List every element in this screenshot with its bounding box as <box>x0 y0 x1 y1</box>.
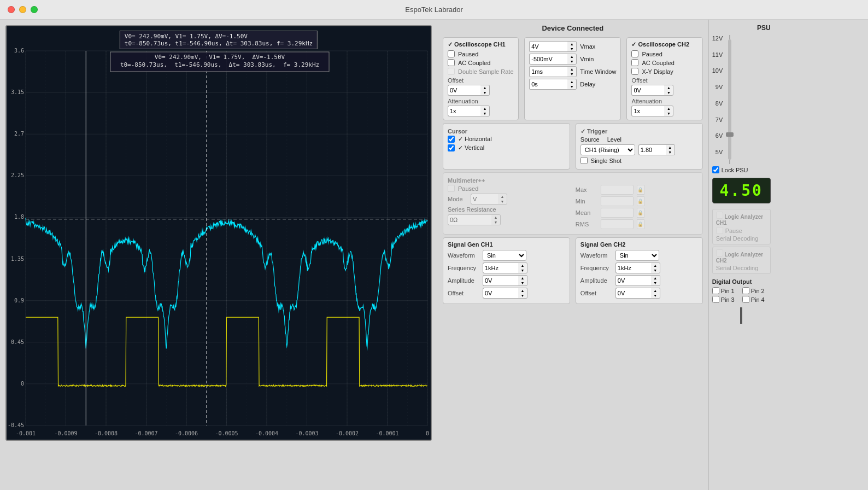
sg-ch1-amplitude-input[interactable]: ▲ ▼ <box>483 275 527 286</box>
sg-ch2-amplitude-down[interactable]: ▼ <box>651 281 660 285</box>
ch2-offset-input[interactable]: ▲ ▼ <box>631 85 697 96</box>
time-window-input[interactable]: ▲ ▼ <box>529 66 577 77</box>
sg-ch2-offset-spinner[interactable]: ▲ ▼ <box>651 288 660 299</box>
vmax-up[interactable]: ▲ <box>567 42 576 46</box>
sg-ch1-offset-up[interactable]: ▲ <box>518 288 527 293</box>
ch2-offset-down[interactable]: ▼ <box>664 90 673 95</box>
sg-ch2-frequency-spinner[interactable]: ▲ ▼ <box>651 262 660 273</box>
sg-ch2-offset-value[interactable] <box>615 288 651 299</box>
ch2-attenuation-spinner[interactable]: ▲ ▼ <box>664 106 673 116</box>
sg-ch1-amplitude-value[interactable] <box>483 275 518 286</box>
sg-ch2-frequency-value[interactable] <box>615 262 651 273</box>
pin3-checkbox[interactable] <box>712 296 719 303</box>
sg-ch2-amplitude-input[interactable]: ▲ ▼ <box>615 275 660 286</box>
psu-slider-track[interactable] <box>728 39 731 160</box>
vmax-spinner[interactable]: ▲ ▼ <box>567 41 577 52</box>
sg-ch1-offset-spinner[interactable]: ▲ ▼ <box>518 288 527 299</box>
sg-ch1-frequency-spinner[interactable]: ▲ ▼ <box>518 262 527 273</box>
sg-ch1-amplitude-down[interactable]: ▼ <box>518 281 527 285</box>
sg-ch1-offset-value[interactable] <box>483 288 518 299</box>
ch1-attenuation-input[interactable]: ▲ ▼ <box>448 106 514 116</box>
logic-ch1-pause-checkbox[interactable] <box>716 227 723 234</box>
vmin-value[interactable] <box>529 54 567 65</box>
series-resistance-down[interactable]: ▼ <box>491 220 500 225</box>
sg-ch1-amplitude-up[interactable]: ▲ <box>518 276 527 281</box>
sg-ch1-frequency-up[interactable]: ▲ <box>518 263 527 268</box>
ch2-xy-display-checkbox[interactable] <box>631 68 638 75</box>
cursor-vertical-checkbox[interactable] <box>448 144 455 151</box>
vmin-spinner[interactable]: ▲ ▼ <box>567 54 577 65</box>
logic-ch2-checkbox[interactable] <box>716 249 723 256</box>
ch2-attenuation-value[interactable] <box>631 106 664 116</box>
ch2-offset-value[interactable] <box>631 85 664 96</box>
ch1-offset-up[interactable]: ▲ <box>480 85 489 90</box>
sg-ch2-amplitude-up[interactable]: ▲ <box>651 276 660 281</box>
time-window-up[interactable]: ▲ <box>567 67 576 72</box>
window-controls[interactable] <box>8 6 38 13</box>
trigger-level-up[interactable]: ▲ <box>666 145 675 150</box>
vmin-input[interactable]: ▲ ▼ <box>529 54 577 65</box>
vmin-down[interactable]: ▼ <box>567 59 576 64</box>
ch1-paused-checkbox[interactable] <box>448 50 455 57</box>
psu-slider-thumb[interactable] <box>726 132 734 137</box>
lock-psu-checkbox[interactable] <box>712 166 719 173</box>
minimize-button[interactable] <box>19 6 26 13</box>
sg-ch1-frequency-down[interactable]: ▼ <box>518 268 527 273</box>
time-window-spinner[interactable]: ▲ ▼ <box>567 66 577 77</box>
pin2-checkbox[interactable] <box>742 287 749 294</box>
vmax-down[interactable]: ▼ <box>567 46 576 51</box>
multi-mean-lock[interactable]: 🔒 <box>637 208 644 218</box>
ch1-ac-coupled-checkbox[interactable] <box>448 59 455 66</box>
sg-ch2-amplitude-spinner[interactable]: ▲ ▼ <box>651 275 660 286</box>
logic-ch1-checkbox[interactable] <box>716 212 723 219</box>
ch1-attenuation-down[interactable]: ▼ <box>480 111 489 116</box>
delay-up[interactable]: ▲ <box>567 79 576 84</box>
multi-min-lock[interactable]: 🔒 <box>637 196 644 206</box>
vmax-value[interactable] <box>529 41 567 52</box>
delay-value[interactable] <box>529 79 567 90</box>
ch2-attenuation-down[interactable]: ▼ <box>664 111 673 116</box>
trigger-source-select[interactable]: CH1 (Rising) <box>580 144 635 155</box>
sg-ch2-amplitude-value[interactable] <box>615 275 651 286</box>
sg-ch2-waveform-select[interactable]: Sin <box>615 250 659 261</box>
ch1-offset-value[interactable] <box>448 85 480 96</box>
waveform-canvas[interactable] <box>7 26 432 441</box>
sg-ch1-offset-input[interactable]: ▲ ▼ <box>483 288 527 299</box>
single-shot-checkbox[interactable] <box>580 157 588 164</box>
series-resistance-value[interactable] <box>448 214 491 225</box>
time-window-value[interactable] <box>529 66 567 77</box>
ch2-attenuation-input[interactable]: ▲ ▼ <box>631 106 697 116</box>
multimeter-mode-down[interactable]: ▼ <box>498 199 507 204</box>
sg-ch1-amplitude-spinner[interactable]: ▲ ▼ <box>518 275 527 286</box>
delay-down[interactable]: ▼ <box>567 84 576 89</box>
ch1-attenuation-up[interactable]: ▲ <box>480 106 489 111</box>
sg-ch2-frequency-down[interactable]: ▼ <box>651 268 660 273</box>
delay-input[interactable]: ▲ ▼ <box>529 79 577 90</box>
ch2-offset-spinner[interactable]: ▲ ▼ <box>664 85 673 96</box>
cursor-horizontal-checkbox[interactable] <box>448 136 455 143</box>
ch2-paused-checkbox[interactable] <box>631 50 638 57</box>
sg-ch1-offset-down[interactable]: ▼ <box>518 293 527 298</box>
sg-ch1-frequency-input[interactable]: ▲ ▼ <box>483 262 527 273</box>
series-resistance-input[interactable]: ▲ ▼ <box>448 214 501 225</box>
multi-max-lock[interactable]: 🔒 <box>637 185 644 195</box>
sg-ch2-offset-down[interactable]: ▼ <box>651 293 660 298</box>
ch1-double-sample-checkbox[interactable] <box>448 68 455 75</box>
ch1-offset-down[interactable]: ▼ <box>480 90 489 95</box>
pin1-checkbox[interactable] <box>712 287 719 294</box>
pin4-checkbox[interactable] <box>742 296 749 303</box>
multimeter-mode-input[interactable]: ▲ ▼ <box>471 194 507 205</box>
ch2-offset-up[interactable]: ▲ <box>664 85 673 90</box>
sg-ch1-waveform-select[interactable]: Sin <box>483 250 526 261</box>
multimeter-mode-up[interactable]: ▲ <box>498 194 507 199</box>
sg-ch2-offset-up[interactable]: ▲ <box>651 288 660 293</box>
vmin-up[interactable]: ▲ <box>567 54 576 59</box>
multimeter-mode-spinner[interactable]: ▲ ▼ <box>498 194 507 205</box>
series-resistance-spinner[interactable]: ▲ ▼ <box>491 214 501 225</box>
trigger-level-spinner[interactable]: ▲ ▼ <box>666 144 675 155</box>
trigger-level-value[interactable] <box>638 144 666 155</box>
sg-ch2-offset-input[interactable]: ▲ ▼ <box>615 288 660 299</box>
time-window-down[interactable]: ▼ <box>567 72 576 77</box>
delay-spinner[interactable]: ▲ ▼ <box>567 79 577 90</box>
vmax-input[interactable]: ▲ ▼ <box>529 41 577 52</box>
